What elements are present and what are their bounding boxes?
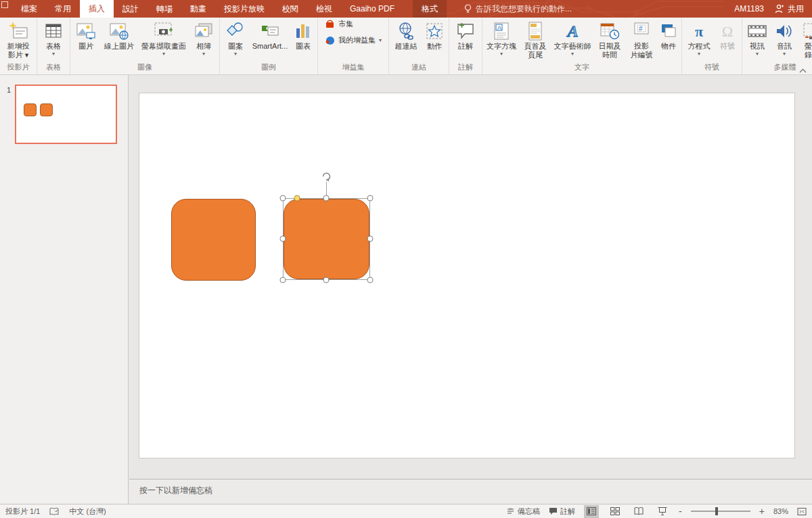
tab-design[interactable]: 設計 xyxy=(114,0,148,18)
group-addins: 市集 我的增益集 ▾ 增益集 xyxy=(318,18,389,74)
hyperlink-button[interactable]: 超連結 xyxy=(390,19,422,51)
resize-handle-top-left[interactable] xyxy=(280,195,286,202)
screenshot-button[interactable]: 螢幕擷取畫面 ▾ xyxy=(138,19,189,57)
group-label-illustrations: 圖例 xyxy=(221,62,316,74)
screen-recording-button[interactable]: 螢幕 錄製 xyxy=(798,19,812,60)
editing-canvas: 按一下以新增備忘稿 xyxy=(129,75,812,504)
tab-insert[interactable]: 插入 xyxy=(80,0,114,18)
pictures-button[interactable]: 圖片 xyxy=(72,19,100,51)
equation-button[interactable]: π 方程式 ▾ xyxy=(683,19,715,57)
share-label: 共用 xyxy=(788,3,804,15)
smartart-icon xyxy=(260,20,280,42)
group-comments: 註解 註解 xyxy=(449,18,482,74)
symbol-omega-icon: Ω xyxy=(722,20,733,42)
tab-file[interactable]: 檔案 xyxy=(12,0,46,18)
dropdown-caret: ▾ xyxy=(698,51,700,57)
titlebar-right: AM1183 共用 xyxy=(734,0,812,18)
my-addins-label: 我的增益集 xyxy=(338,35,376,45)
online-pictures-label: 線上圖片 xyxy=(104,42,134,51)
group-label-symbols: 符號 xyxy=(683,62,740,74)
comments-toggle-button[interactable]: 註解 xyxy=(549,507,575,517)
rounded-rectangle-shape-1[interactable] xyxy=(171,199,256,281)
action-button[interactable]: 動作 xyxy=(422,19,447,51)
comment-button[interactable]: 註解 xyxy=(451,19,480,51)
tab-gaaiho-pdf[interactable]: Gaaiho PDF xyxy=(341,0,403,18)
date-time-button[interactable]: 日期及 時間 xyxy=(593,19,626,60)
resize-handle-bottom-left[interactable] xyxy=(280,277,286,283)
zoom-slider[interactable] xyxy=(691,511,750,512)
resize-handle-middle-left[interactable] xyxy=(280,236,286,242)
normal-view-button[interactable] xyxy=(584,505,599,518)
resize-handle-top-center[interactable] xyxy=(323,195,330,202)
new-slide-button[interactable]: 新增投 影片 ▾ xyxy=(1,19,35,60)
header-footer-icon xyxy=(527,20,543,42)
pictures-label: 圖片 xyxy=(78,42,93,51)
slide-number-button[interactable]: # 投影 片編號 xyxy=(626,19,657,60)
notes-pane[interactable]: 按一下以新增備忘稿 xyxy=(129,479,812,504)
wordart-label: 文字藝術師 xyxy=(554,42,591,51)
language-indicator[interactable]: 中文 (台灣) xyxy=(69,507,106,517)
notes-toggle-button[interactable]: 備忘稿 xyxy=(506,507,540,517)
object-button[interactable]: 物件 xyxy=(657,19,680,51)
group-label-links: 連結 xyxy=(390,62,447,74)
share-button[interactable]: 共用 xyxy=(775,3,804,15)
slide-thumbnail-1[interactable] xyxy=(15,85,117,144)
collapse-ribbon-button[interactable] xyxy=(799,68,807,73)
header-footer-button[interactable]: 頁首及 頁尾 xyxy=(519,19,551,60)
tab-home[interactable]: 常用 xyxy=(46,0,80,18)
textbox-button[interactable]: A 文字方塊 ▾ xyxy=(484,19,519,57)
photo-album-button[interactable]: 相簿 ▾ xyxy=(189,19,218,57)
slide-indicator: 投影片 1/1 xyxy=(5,507,40,517)
tab-animations[interactable]: 動畫 xyxy=(181,0,215,18)
tab-review[interactable]: 校閱 xyxy=(273,0,307,18)
store-button[interactable]: 市集 xyxy=(325,19,382,29)
table-button[interactable]: 表格 ▾ xyxy=(39,19,68,57)
fit-to-window-button[interactable] xyxy=(797,507,807,516)
zoom-out-button[interactable]: - xyxy=(679,506,682,517)
zoom-in-button[interactable]: + xyxy=(759,506,765,517)
resize-handle-bottom-right[interactable] xyxy=(367,277,374,283)
wordart-button[interactable]: A 文字藝術師 ▾ xyxy=(551,19,593,57)
audio-button[interactable]: 音訊 ▾ xyxy=(771,19,798,57)
slide-sorter-view-button[interactable] xyxy=(608,505,623,518)
tab-slideshow[interactable]: 投影片放映 xyxy=(215,0,273,18)
online-pictures-button[interactable]: 線上圖片 xyxy=(100,19,138,51)
new-slide-icon xyxy=(8,20,28,42)
video-label: 視訊 xyxy=(750,42,765,51)
adjustment-handle-corner-radius[interactable] xyxy=(294,195,300,202)
slideshow-view-button[interactable] xyxy=(655,505,670,518)
notes-placeholder: 按一下以新增備忘稿 xyxy=(139,485,212,496)
group-label-comments: 註解 xyxy=(451,62,480,74)
window-corner-icon[interactable] xyxy=(1,1,8,8)
resize-handle-top-right[interactable] xyxy=(367,195,374,202)
group-table: 表格 ▾ 表格 xyxy=(37,18,70,74)
video-button[interactable]: 視訊 ▾ xyxy=(744,19,771,57)
reading-view-button[interactable] xyxy=(631,505,646,518)
smartart-button[interactable]: SmartArt... xyxy=(250,19,290,51)
group-label-table: 表格 xyxy=(39,62,68,74)
zoom-slider-thumb[interactable] xyxy=(715,507,718,515)
video-icon xyxy=(747,20,767,42)
resize-handle-bottom-center[interactable] xyxy=(323,277,330,283)
chart-button[interactable]: 圖表 xyxy=(290,19,316,51)
group-text: A 文字方塊 ▾ 頁首及 頁尾 xyxy=(482,18,682,74)
my-addins-button[interactable]: 我的增益集 ▾ xyxy=(325,35,382,45)
store-label: 市集 xyxy=(338,19,353,29)
tab-format-contextual[interactable]: 格式 xyxy=(413,0,447,18)
screen-recording-label: 螢幕 錄製 xyxy=(805,42,812,60)
dropdown-caret: ▾ xyxy=(571,51,574,57)
proofing-button[interactable] xyxy=(49,507,60,516)
chart-label: 圖表 xyxy=(296,42,311,51)
rotation-handle[interactable] xyxy=(320,170,332,183)
comments-toggle-label: 註解 xyxy=(560,507,575,517)
chart-icon xyxy=(294,20,312,42)
tab-transitions[interactable]: 轉場 xyxy=(148,0,181,18)
comment-label: 註解 xyxy=(458,42,473,51)
normal-view-icon xyxy=(587,507,596,515)
shapes-button[interactable]: 圖案 ▾ xyxy=(221,19,250,57)
zoom-level[interactable]: 83% xyxy=(773,507,788,515)
rounded-rectangle-shape-2-selected[interactable] xyxy=(284,199,369,279)
resize-handle-middle-right[interactable] xyxy=(367,236,374,242)
tell-me-box[interactable]: 告訴我您想要執行的動作... xyxy=(464,0,572,18)
tab-view[interactable]: 檢視 xyxy=(307,0,341,18)
